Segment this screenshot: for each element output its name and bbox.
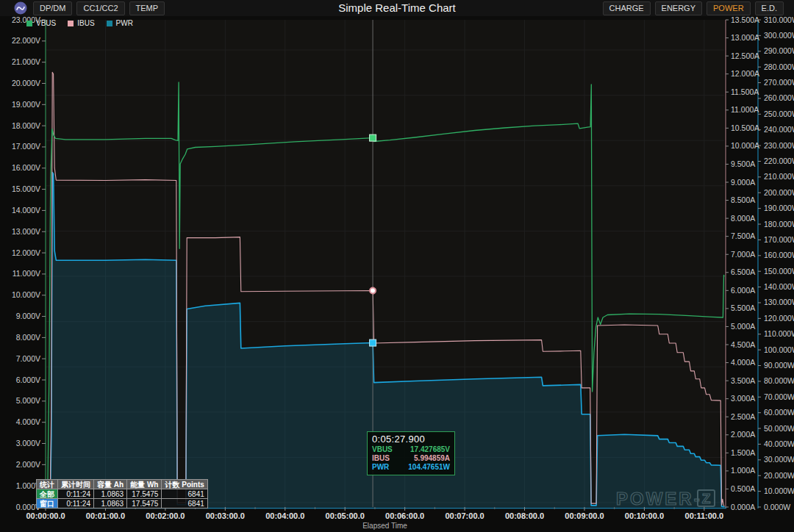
- svg-text:9.000V: 9.000V: [16, 312, 40, 320]
- legend-label: PWR: [116, 19, 133, 27]
- tooltip-series-value: 104.47651W: [408, 463, 450, 472]
- svg-text:0.000W: 0.000W: [764, 503, 790, 511]
- tooltip-row-vbus: VBUS17.427685V: [372, 445, 450, 454]
- svg-text:21.000V: 21.000V: [12, 57, 40, 66]
- legend-label: VBUS: [36, 19, 56, 27]
- left-tab-group: DP/DMCC1/CC2TEMP: [33, 1, 165, 15]
- svg-text:17.000V: 17.000V: [12, 142, 40, 151]
- stats-cell: 0:11:24: [58, 499, 94, 508]
- chart-area: POWER-Z23.000V22.000V21.000V20.000V19.00…: [0, 16, 794, 532]
- svg-text:6.500A: 6.500A: [731, 267, 755, 276]
- svg-text:8.000V: 8.000V: [16, 333, 40, 342]
- stats-header-cell: 能量 Wh: [127, 480, 162, 489]
- svg-text:270.000W: 270.000W: [764, 78, 794, 87]
- stats-table: 统计累计时间容量 Ah能量 Wh计数 Points 全部0:11:241.086…: [36, 479, 208, 508]
- svg-text:00:07:00.0: 00:07:00.0: [445, 511, 484, 520]
- svg-text:14.000V: 14.000V: [12, 206, 40, 215]
- svg-text:1.500A: 1.500A: [731, 448, 755, 457]
- cursor-tooltip: 0:05:27.900 VBUS17.427685VIBUS5.994859AP…: [367, 431, 455, 475]
- svg-text:5.000A: 5.000A: [731, 322, 755, 331]
- svg-text:50.000W: 50.000W: [764, 424, 794, 433]
- stats-header-cell: 累计时间: [58, 480, 94, 489]
- svg-text:10.500A: 10.500A: [731, 123, 759, 132]
- svg-text:200.000W: 200.000W: [764, 188, 794, 197]
- tab-cc1-cc2[interactable]: CC1/CC2: [76, 1, 124, 15]
- svg-text:00:01:00.0: 00:01:00.0: [86, 511, 125, 520]
- svg-text:190.000W: 190.000W: [764, 204, 794, 212]
- svg-text:20.000V: 20.000V: [12, 79, 40, 87]
- svg-text:300.000W: 300.000W: [764, 31, 794, 40]
- svg-text:3.000V: 3.000V: [16, 439, 40, 447]
- legend-item-ibus[interactable]: IBUS: [68, 19, 94, 27]
- svg-text:10.000A: 10.000A: [731, 141, 759, 150]
- legend-item-pwr[interactable]: PWR: [107, 19, 133, 27]
- tab-e-d-[interactable]: E.D.: [755, 1, 784, 15]
- stats-row-label: 窗口: [37, 499, 58, 508]
- tooltip-series-name: VBUS: [372, 445, 393, 454]
- svg-text:12.000A: 12.000A: [731, 69, 759, 78]
- svg-text:20.000W: 20.000W: [764, 471, 794, 480]
- stats-cell: 1.0863: [94, 489, 127, 499]
- stats-row-label: 全部: [37, 489, 58, 499]
- svg-text:11.000V: 11.000V: [12, 269, 40, 278]
- svg-text:120.000W: 120.000W: [764, 314, 794, 323]
- svg-text:00:05:00.0: 00:05:00.0: [326, 511, 365, 520]
- svg-text:4.000A: 4.000A: [731, 358, 755, 367]
- stats-cell: 0:11:24: [58, 489, 94, 499]
- top-bar: DP/DMCC1/CC2TEMP Simple Real-Time Chart …: [0, 0, 794, 16]
- tab-power[interactable]: POWER: [707, 1, 751, 15]
- svg-text:5.000V: 5.000V: [16, 396, 40, 405]
- marker-vbus-icon: [370, 134, 376, 141]
- chart-legend: VBUSIBUSPWR: [26, 19, 133, 27]
- svg-text:100.000W: 100.000W: [764, 345, 794, 354]
- svg-text:00:11:00.0: 00:11:00.0: [685, 511, 724, 520]
- stats-header-cell: 容量 Ah: [94, 480, 127, 489]
- x-axis-labels: 00:00:00.000:01:00.000:02:00.000:03:00.0…: [26, 507, 723, 520]
- tab-dp-dm[interactable]: DP/DM: [33, 1, 72, 15]
- svg-text:140.000W: 140.000W: [764, 282, 794, 291]
- svg-text:90.000W: 90.000W: [764, 361, 794, 370]
- svg-text:00:03:00.0: 00:03:00.0: [206, 511, 245, 520]
- tab-energy[interactable]: ENERGY: [655, 1, 702, 15]
- svg-text:3.500A: 3.500A: [731, 376, 755, 385]
- right-tab-group: CHARGEENERGYPOWERE.D.: [603, 1, 794, 15]
- page-title: Simple Real-Time Chart: [338, 1, 456, 14]
- tooltip-row-pwr: PWR104.47651W: [372, 463, 450, 472]
- stats-cell: 6841: [162, 489, 207, 499]
- app-logo-icon[interactable]: [14, 1, 27, 15]
- tab-charge[interactable]: CHARGE: [603, 1, 651, 15]
- svg-text:210.000W: 210.000W: [764, 172, 794, 181]
- tooltip-series-name: IBUS: [372, 454, 390, 463]
- x-axis-title: Elapsed Time: [362, 522, 407, 530]
- svg-text:10.000V: 10.000V: [12, 290, 40, 299]
- stats-cell: 6841: [162, 499, 207, 508]
- svg-text:2.000V: 2.000V: [16, 460, 40, 469]
- svg-text:6.000A: 6.000A: [731, 286, 755, 295]
- svg-text:7.000V: 7.000V: [16, 354, 40, 363]
- svg-text:250.000W: 250.000W: [764, 109, 794, 118]
- tooltip-series-name: PWR: [372, 463, 389, 472]
- svg-text:00:09:00.0: 00:09:00.0: [565, 511, 604, 520]
- svg-text:13.000V: 13.000V: [12, 227, 40, 236]
- svg-text:19.000V: 19.000V: [12, 100, 40, 109]
- svg-text:2.000A: 2.000A: [731, 430, 755, 439]
- ibus-swatch-icon: [68, 21, 74, 26]
- svg-text:11.500A: 11.500A: [731, 87, 759, 96]
- svg-text:5.500A: 5.500A: [731, 303, 755, 312]
- power-axis-labels: 310.000W300.000W290.000W280.000W270.000W…: [758, 16, 794, 511]
- legend-item-vbus[interactable]: VBUS: [26, 19, 56, 27]
- svg-text:6.000V: 6.000V: [16, 375, 40, 384]
- tab-temp[interactable]: TEMP: [129, 1, 165, 15]
- svg-text:4.500A: 4.500A: [731, 340, 755, 349]
- svg-text:13.000A: 13.000A: [731, 33, 759, 42]
- svg-text:9.000A: 9.000A: [731, 178, 755, 187]
- marker-ibus-icon: [370, 288, 376, 294]
- tooltip-time: 0:05:27.900: [372, 434, 450, 445]
- svg-text:00:08:00.0: 00:08:00.0: [505, 511, 544, 520]
- svg-text:13.500A: 13.500A: [731, 16, 759, 24]
- svg-text:15.000V: 15.000V: [12, 184, 40, 193]
- svg-text:00:10:00.0: 00:10:00.0: [625, 511, 664, 520]
- svg-text:40.000W: 40.000W: [764, 439, 794, 448]
- stats-header-cell: 统计: [37, 480, 58, 489]
- svg-text:4.000V: 4.000V: [16, 417, 40, 426]
